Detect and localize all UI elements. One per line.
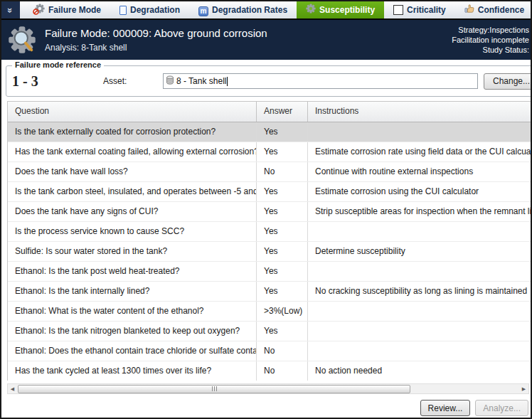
instructions-cell: Strip susceptible areas for inspection w… [308, 202, 531, 221]
question-cell: Ethanol: What is the water content of th… [8, 302, 257, 321]
answer-cell: >3%(Low) [257, 302, 308, 321]
instructions-cell: Estimate corrosion rate using field data… [308, 142, 531, 161]
instructions-cell [308, 122, 531, 142]
table-body: Is the tank externally coated for corros… [8, 122, 531, 381]
instructions-cell: Continue with routine external inspectio… [308, 162, 531, 181]
tab-strip: Failure ModeDegradationmDegradation Rate… [26, 1, 532, 18]
instructions-cell [308, 222, 531, 241]
table-row[interactable]: Has the tank cycled at least 1300 times … [8, 361, 531, 381]
scroll-right-arrow-icon[interactable]: ▶ [519, 384, 528, 393]
susceptibility-gear-icon [306, 4, 316, 16]
failure-mode-gear-error-icon [35, 4, 45, 16]
answer-cell: No [257, 361, 308, 381]
text-caret [227, 77, 228, 86]
instructions-cell: Estimate corrosion using the CUI calcula… [308, 182, 531, 201]
tab-label: Degradation Rates [212, 5, 287, 15]
table-row[interactable]: Sulfide: Is sour water stored in the tan… [8, 242, 531, 262]
header-text: Failure Mode: 000009: Above ground corro… [45, 27, 267, 53]
scrollbar-thumb[interactable] [18, 385, 410, 393]
instructions-cell [308, 322, 531, 341]
horizontal-scrollbar[interactable]: ◀ ▶ [7, 383, 529, 394]
question-cell: Does the tank have wall loss? [8, 162, 257, 181]
tab-confidence[interactable]: Confidence [455, 1, 532, 18]
status-line: Study Status: [452, 45, 529, 55]
table-row[interactable]: Does the tank have any signs of CUI?YesS… [8, 202, 531, 222]
answer-cell: Yes [257, 242, 308, 261]
answer-cell: Yes [257, 282, 308, 301]
tab-degradation[interactable]: Degradation [110, 1, 189, 18]
reference-range: 1 - 3 [12, 73, 103, 90]
question-cell: Ethanol: Is the tank post weld heat-trea… [8, 262, 257, 281]
tab-failure-mode[interactable]: Failure Mode [26, 1, 110, 18]
answer-cell: Yes [257, 142, 308, 161]
tab-label: Failure Mode [48, 5, 101, 15]
page-title: Failure Mode: 000009: Above ground corro… [45, 27, 267, 39]
answer-cell: Yes [257, 322, 308, 341]
status-line: Strategy:Inspections [452, 25, 529, 35]
gear-magnifier-icon [8, 26, 36, 54]
asset-value: 8 - Tank shell [176, 76, 226, 86]
status-line: Facilitation incomplete [452, 35, 529, 45]
column-header-question[interactable]: Question [8, 102, 257, 122]
column-header-answer[interactable]: Answer [257, 102, 308, 122]
footer-actions: Review... Analyze... [420, 400, 528, 416]
table-row[interactable]: Is the tank externally coated for corros… [8, 122, 531, 142]
table-row[interactable]: Does the tank have wall loss?NoContinue … [8, 162, 531, 182]
tab-criticality[interactable]: Criticality [384, 1, 455, 18]
criticality-matrix-icon [393, 5, 403, 15]
instructions-cell [308, 262, 531, 281]
question-cell: Ethanol: Does the ethanol contain trace … [8, 341, 257, 361]
table-row[interactable]: Ethanol: Does the ethanol contain trace … [8, 341, 531, 361]
question-cell: Is the tank externally coated for corros… [8, 122, 257, 142]
answer-cell: No [257, 341, 308, 361]
tab-label: Criticality [407, 5, 446, 15]
application-window: » Failure ModeDegradationmDegradation Ra… [0, 0, 532, 419]
scroll-left-arrow-icon[interactable]: ◀ [8, 384, 17, 393]
table-row[interactable]: Is the tank carbon steel, insulated, and… [8, 182, 531, 202]
tab-susceptibility[interactable]: Susceptibility [297, 1, 384, 18]
answer-cell: Yes [257, 122, 308, 142]
degradation-rates-m-icon: m [198, 4, 208, 16]
chevron-double-down-icon: » [6, 7, 15, 12]
asset-label: Asset: [103, 76, 163, 86]
tab-label: Susceptibility [319, 5, 375, 15]
table-row[interactable]: Has the tank external coating failed, al… [8, 142, 531, 162]
change-button[interactable]: Change... [484, 73, 532, 90]
review-button[interactable]: Review... [420, 400, 471, 416]
question-cell: Is the tank carbon steel, insulated, and… [8, 182, 257, 201]
instructions-cell [308, 302, 531, 321]
question-cell: Does the tank have any signs of CUI? [8, 202, 257, 221]
header-banner: Failure Mode: 000009: Above ground corro… [1, 20, 531, 60]
analyze-button[interactable]: Analyze... [475, 400, 528, 416]
question-cell: Ethanol: Is the tank nitrogen blanketed … [8, 322, 257, 341]
table-header-row: QuestionAnswerInstructions [8, 102, 531, 122]
answer-cell: Yes [257, 182, 308, 201]
column-header-instructions[interactable]: Instructions [308, 102, 531, 122]
degradation-document-icon [119, 6, 127, 15]
table-row[interactable]: Is the process service known to cause SC… [8, 222, 531, 242]
asset-input[interactable]: 8 - Tank shell [163, 73, 478, 89]
tab-label: Confidence [478, 5, 524, 15]
failure-mode-reference-group: Failure mode reference 1 - 3 Asset: 8 - … [6, 65, 532, 97]
table-row[interactable]: Ethanol: Is the tank post weld heat-trea… [8, 262, 531, 282]
database-cylinder-icon [166, 75, 176, 87]
collapse-chevron-button[interactable]: » [1, 1, 20, 18]
instructions-cell [308, 341, 531, 361]
group-label: Failure mode reference [12, 60, 104, 69]
table-row[interactable]: Ethanol: What is the water content of th… [8, 302, 531, 322]
answer-cell: Yes [257, 222, 308, 241]
confidence-thumbs-up-icon [464, 4, 474, 16]
table-row[interactable]: Ethanol: Is the tank internally lined?Ye… [8, 282, 531, 302]
question-cell: Has the tank cycled at least 1300 times … [8, 361, 257, 381]
question-cell: Ethanol: Is the tank internally lined? [8, 282, 257, 301]
ribbon-tab-bar: » Failure ModeDegradationmDegradation Ra… [1, 1, 531, 20]
instructions-cell: No cracking susceptibility as long as li… [308, 282, 531, 301]
question-cell: Sulfide: Is sour water stored in the tan… [8, 242, 257, 261]
answer-cell: No [257, 162, 308, 181]
tab-degradation-rates[interactable]: mDegradation Rates [189, 1, 297, 18]
page-subtitle: Analysis: 8-Tank shell [45, 43, 267, 53]
instructions-cell: Determine susceptibility [308, 242, 531, 261]
questions-table: QuestionAnswerInstructions Is the tank e… [7, 101, 531, 381]
table-row[interactable]: Ethanol: Is the tank nitrogen blanketed … [8, 322, 531, 341]
reference-row: 1 - 3 Asset: 8 - Tank shell Change... [6, 66, 532, 96]
